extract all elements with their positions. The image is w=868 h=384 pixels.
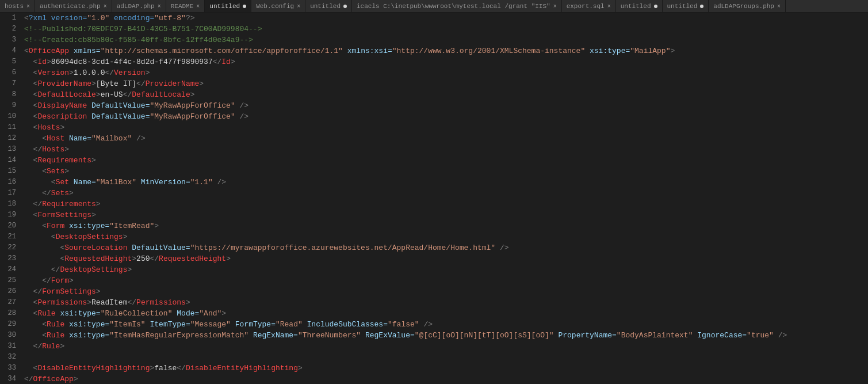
- editor[interactable]: 1<?xml version="1.0" encoding="utf-8"?>2…: [0, 13, 868, 384]
- code-line: 25 </Form>: [0, 275, 868, 286]
- code-line: 29 <Rule xsi:type="ItemIs" ItemType="Mes…: [0, 319, 868, 330]
- line-number: 9: [0, 100, 22, 111]
- code-line: 20 <Form xsi:type="ItemRead">: [0, 220, 868, 231]
- line-content[interactable]: </Requirements>: [22, 199, 101, 210]
- line-content[interactable]: <DisplayName DefaultValue="MyRawAppForOf…: [22, 100, 248, 111]
- code-line: 30 <Rule xsi:type="ItemHasRegularExpress…: [0, 330, 868, 341]
- tab-1[interactable]: authenticate.php×: [35, 0, 112, 13]
- line-content[interactable]: <!--Published:70EDFC97-B41D-43C5-B751-7C…: [22, 24, 262, 35]
- tab-modified-dot-10: [700, 5, 703, 8]
- line-content[interactable]: <Permissions>ReadItem</Permissions>: [22, 297, 190, 308]
- line-content[interactable]: <RequestedHeight>250</RequestedHeight>: [22, 253, 231, 264]
- tab-modified-dot-6: [343, 5, 347, 8]
- line-number: 6: [0, 67, 22, 78]
- tab-close-0[interactable]: ×: [26, 3, 30, 10]
- code-line: 24 </DesktopSettings>: [0, 264, 868, 275]
- line-number: 23: [0, 253, 22, 264]
- code-line: 8 <DefaultLocale>en-US</DefaultLocale>: [0, 89, 868, 100]
- line-content[interactable]: <Form xsi:type="ItemRead">: [22, 220, 159, 231]
- line-content[interactable]: <Hosts>: [22, 122, 64, 133]
- line-number: 14: [0, 155, 22, 166]
- line-number: 1: [0, 13, 22, 24]
- code-line: 14 <Requirements>: [0, 155, 868, 166]
- line-content[interactable]: <Description DefaultValue="MyRawAppForOf…: [22, 111, 248, 122]
- code-line: 31 </Rule>: [0, 341, 868, 352]
- line-number: 13: [0, 144, 22, 155]
- line-content[interactable]: <ProviderName>[Byte IT]</ProviderName>: [22, 78, 204, 89]
- line-number: 10: [0, 111, 22, 122]
- line-content[interactable]: <Requirements>: [22, 155, 96, 166]
- line-content[interactable]: </DesktopSettings>: [22, 264, 132, 275]
- tab-label-11: adLDAPGroups.php: [713, 3, 774, 10]
- line-content[interactable]: </FormSettings>: [22, 286, 101, 297]
- line-content[interactable]: </Form>: [22, 275, 74, 286]
- code-line: 23 <RequestedHeight>250</RequestedHeight…: [0, 253, 868, 264]
- line-number: 29: [0, 319, 22, 330]
- tab-8[interactable]: export.sql×: [562, 0, 616, 13]
- line-content[interactable]: <FormSettings>: [22, 210, 96, 220]
- line-content[interactable]: <Rule xsi:type="ItemHasRegularExpression…: [22, 330, 787, 341]
- code-line: 16 <Set Name="MailBox" MinVersion="1.1" …: [0, 177, 868, 188]
- tab-close-7[interactable]: ×: [553, 3, 557, 10]
- tab-11[interactable]: adLDAPGroups.php×: [709, 0, 786, 13]
- code-line: 13 </Hosts>: [0, 144, 868, 155]
- line-content[interactable]: <SourceLocation DefaultValue="https://my…: [22, 242, 509, 253]
- line-number: 20: [0, 220, 22, 231]
- line-content[interactable]: <DisableEntityHighlighting>false</Disabl…: [22, 363, 303, 374]
- tab-close-3[interactable]: ×: [196, 3, 200, 10]
- line-content[interactable]: <Version>1.0.0.0</Version>: [22, 67, 150, 78]
- tab-close-11[interactable]: ×: [777, 3, 781, 10]
- line-content[interactable]: </Hosts>: [22, 144, 69, 155]
- line-content[interactable]: </Sets>: [22, 188, 74, 199]
- line-content[interactable]: <DesktopSettings>: [22, 231, 127, 242]
- line-content[interactable]: </OfficeApp>: [22, 374, 78, 384]
- line-content[interactable]: <!--Created:cb85b80c-f585-40ff-8bfc-12ff…: [22, 35, 253, 45]
- code-line: 9 <DisplayName DefaultValue="MyRawAppFor…: [0, 100, 868, 111]
- tab-3[interactable]: README×: [166, 0, 205, 13]
- tab-5[interactable]: Web.config×: [251, 0, 305, 13]
- code-line: 21 <DesktopSettings>: [0, 231, 868, 242]
- code-line: 22 <SourceLocation DefaultValue="https:/…: [0, 242, 868, 253]
- code-line: 28 <Rule xsi:type="RuleCollection" Mode=…: [0, 308, 868, 319]
- line-content[interactable]: <DefaultLocale>en-US</DefaultLocale>: [22, 89, 195, 100]
- line-number: 26: [0, 286, 22, 297]
- tab-close-5[interactable]: ×: [297, 3, 300, 10]
- line-content[interactable]: </Rule>: [22, 341, 64, 352]
- line-content[interactable]: <OfficeApp xmlns="http://schemas.microso…: [22, 45, 675, 56]
- tab-label-0: hosts: [5, 3, 24, 10]
- tab-label-2: adLDAP.php: [117, 3, 155, 10]
- tab-4[interactable]: untitled: [205, 0, 251, 13]
- code-line: 17 </Sets>: [0, 188, 868, 199]
- code-line: 33 <DisableEntityHighlighting>false</Dis…: [0, 363, 868, 374]
- line-content[interactable]: <Host Name="Mailbox" />: [22, 133, 146, 144]
- tab-close-8[interactable]: ×: [607, 3, 611, 10]
- code-line: 4<OfficeApp xmlns="http://schemas.micros…: [0, 45, 868, 56]
- tab-close-2[interactable]: ×: [158, 3, 161, 10]
- tab-modified-dot-4: [243, 5, 246, 8]
- tab-label-4: untitled: [209, 3, 240, 10]
- line-number: 11: [0, 122, 22, 133]
- tab-label-7: icacls C:\inetpub\wwwroot\mytest.local /…: [357, 3, 550, 10]
- line-content[interactable]: <Id>86094dc8-3cd1-4f4c-8d2d-f477f9890937…: [22, 56, 235, 67]
- tab-7[interactable]: icacls C:\inetpub\wwwroot\mytest.local /…: [352, 0, 562, 13]
- code-line: 19 <FormSettings>: [0, 210, 868, 220]
- tab-bar: hosts×authenticate.php×adLDAP.php×README…: [0, 0, 868, 13]
- code-line: 34</OfficeApp>: [0, 374, 868, 384]
- line-content[interactable]: <Rule xsi:type="RuleCollection" Mode="An…: [22, 308, 226, 319]
- line-content[interactable]: <?xml version="1.0" encoding="utf-8"?>: [22, 13, 194, 24]
- line-number: 4: [0, 45, 22, 56]
- line-number: 8: [0, 89, 22, 100]
- tab-9[interactable]: untitled: [616, 0, 663, 13]
- tab-10[interactable]: untitled: [663, 0, 709, 13]
- tab-6[interactable]: untitled: [305, 0, 352, 13]
- tab-modified-dot-9: [654, 5, 657, 8]
- code-line: 32: [0, 352, 868, 363]
- line-content[interactable]: <Rule xsi:type="ItemIs" ItemType="Messag…: [22, 319, 433, 330]
- line-content[interactable]: <Set Name="MailBox" MinVersion="1.1" />: [22, 177, 226, 188]
- code-line: 15 <Sets>: [0, 166, 868, 177]
- line-content[interactable]: <Sets>: [22, 166, 69, 177]
- line-number: 3: [0, 35, 22, 45]
- tab-0[interactable]: hosts×: [0, 0, 35, 13]
- tab-2[interactable]: adLDAP.php×: [112, 0, 166, 13]
- tab-close-1[interactable]: ×: [104, 3, 107, 10]
